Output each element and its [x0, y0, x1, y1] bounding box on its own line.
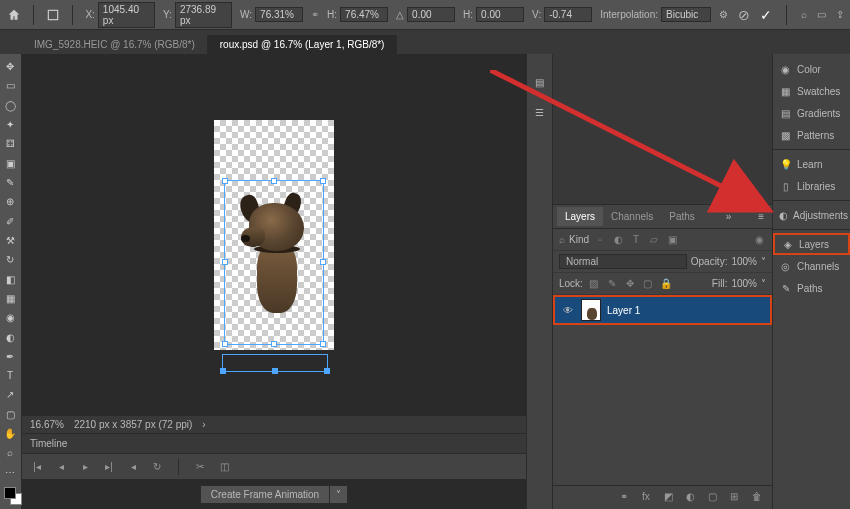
marquee-tool-icon[interactable]: ▭: [0, 77, 20, 94]
dock-item-channels[interactable]: ◎Channels: [773, 255, 850, 277]
transform-handle[interactable]: [220, 368, 226, 374]
crop-preset-icon[interactable]: [46, 8, 60, 22]
filter-pixel-icon[interactable]: ▫: [593, 233, 607, 247]
dock-item-patterns[interactable]: ▩Patterns: [773, 124, 850, 146]
dock-item-swatches[interactable]: ▦Swatches: [773, 80, 850, 102]
type-tool-icon[interactable]: T: [0, 367, 20, 384]
audio-icon[interactable]: ◂: [126, 460, 140, 474]
dock-item-learn[interactable]: 💡Learn: [773, 153, 850, 175]
filter-type-icon[interactable]: T: [629, 233, 643, 247]
home-icon[interactable]: [6, 7, 21, 23]
h-value[interactable]: 76.47%: [340, 7, 388, 22]
pen-tool-icon[interactable]: ✒: [0, 348, 20, 365]
opacity-value[interactable]: 100%: [731, 256, 757, 267]
layer-style-icon[interactable]: fx: [642, 491, 656, 505]
interp-value[interactable]: Bicubic: [661, 7, 711, 22]
brush-tool-icon[interactable]: ✐: [0, 213, 20, 230]
group-icon[interactable]: ▢: [708, 491, 722, 505]
chevron-down-icon[interactable]: ˅: [761, 278, 766, 289]
document-tab[interactable]: roux.psd @ 16.7% (Layer 1, RGB/8*): [208, 35, 398, 54]
frame-tool-icon[interactable]: ▣: [0, 155, 20, 172]
layer-row[interactable]: 👁 Layer 1: [553, 295, 772, 325]
first-frame-icon[interactable]: |◂: [30, 460, 44, 474]
dock-item-gradients[interactable]: ▤Gradients: [773, 102, 850, 124]
visibility-eye-icon[interactable]: 👁: [561, 305, 575, 316]
filter-adjust-icon[interactable]: ◐: [611, 233, 625, 247]
layer-thumbnail[interactable]: [581, 299, 601, 321]
history-brush-icon[interactable]: ↻: [0, 251, 20, 268]
create-frame-animation-button[interactable]: Create Frame Animation: [200, 485, 330, 504]
loop-icon[interactable]: ↻: [150, 460, 164, 474]
play-icon[interactable]: ▸: [78, 460, 92, 474]
scissors-icon[interactable]: ✂: [193, 460, 207, 474]
lock-artboard-icon[interactable]: ▢: [641, 277, 655, 291]
color-swatches[interactable]: [0, 483, 21, 509]
link-layers-icon[interactable]: ⚭: [620, 491, 634, 505]
tab-channels[interactable]: Channels: [603, 207, 661, 226]
adjustment-layer-icon[interactable]: ◐: [686, 491, 700, 505]
search-icon[interactable]: ⌕: [801, 9, 807, 20]
more-tools-icon[interactable]: ⋯: [0, 464, 20, 481]
dock-item-layers[interactable]: ◈Layers: [773, 233, 850, 255]
cancel-icon[interactable]: ⊘: [738, 7, 750, 23]
lasso-tool-icon[interactable]: ◯: [0, 97, 20, 114]
skew-h-value[interactable]: 0.00: [476, 7, 524, 22]
stamp-tool-icon[interactable]: ⚒: [0, 232, 20, 249]
blend-mode-select[interactable]: Normal: [559, 254, 687, 269]
canvas-area[interactable]: [22, 54, 526, 415]
w-value[interactable]: 76.31%: [255, 7, 303, 22]
layer-mask-icon[interactable]: ◩: [664, 491, 678, 505]
y-value[interactable]: 2736.89 px: [175, 2, 232, 28]
heal-tool-icon[interactable]: ⊕: [0, 193, 20, 210]
chevron-down-icon[interactable]: ˅: [761, 256, 766, 267]
angle-value[interactable]: 0.00: [407, 7, 455, 22]
transform-handle[interactable]: [272, 368, 278, 374]
x-value[interactable]: 1045.40 px: [98, 2, 155, 28]
fill-value[interactable]: 100%: [731, 278, 757, 289]
link-icon[interactable]: ⚭: [311, 9, 319, 20]
transform-handle[interactable]: [324, 368, 330, 374]
eraser-tool-icon[interactable]: ◧: [0, 270, 20, 287]
panel-menu-icon[interactable]: ≡: [754, 211, 768, 222]
document-dimensions[interactable]: 2210 px x 3857 px (72 ppi): [74, 419, 192, 430]
delete-layer-icon[interactable]: 🗑: [752, 491, 766, 505]
filter-shape-icon[interactable]: ▱: [647, 233, 661, 247]
blur-tool-icon[interactable]: ◉: [0, 309, 20, 326]
zoom-level[interactable]: 16.67%: [30, 419, 64, 430]
dock-item-color[interactable]: ◉Color: [773, 58, 850, 80]
lock-paint-icon[interactable]: ✎: [605, 277, 619, 291]
timeline-header[interactable]: Timeline: [22, 433, 526, 453]
panel-collapse-icon[interactable]: »: [722, 211, 736, 222]
warp-icon[interactable]: ⚙: [719, 9, 728, 20]
frame-animation-dropdown[interactable]: ˅: [330, 485, 348, 504]
document-tab[interactable]: IMG_5928.HEIC @ 16.7% (RGB/8*): [22, 35, 208, 54]
transition-icon[interactable]: ◫: [217, 460, 231, 474]
gradient-tool-icon[interactable]: ▦: [0, 290, 20, 307]
commit-icon[interactable]: ✓: [760, 7, 772, 23]
skew-v-value[interactable]: -0.74: [544, 7, 592, 22]
layer-name[interactable]: Layer 1: [607, 305, 640, 316]
wand-tool-icon[interactable]: ✦: [0, 116, 20, 133]
dodge-tool-icon[interactable]: ◐: [0, 328, 20, 345]
filter-toggle-icon[interactable]: ◉: [752, 233, 766, 247]
crop-tool-icon[interactable]: ⚃: [0, 135, 20, 152]
lock-all-icon[interactable]: 🔒: [659, 277, 673, 291]
lock-pos-icon[interactable]: ✥: [623, 277, 637, 291]
status-chevron-icon[interactable]: ›: [202, 419, 205, 430]
zoom-tool-icon[interactable]: ⌕: [0, 444, 20, 461]
dock-item-paths[interactable]: ✎Paths: [773, 277, 850, 299]
dock-item-libraries[interactable]: ▯Libraries: [773, 175, 850, 197]
move-tool-icon[interactable]: ✥: [0, 58, 20, 75]
hand-tool-icon[interactable]: ✋: [0, 425, 20, 442]
filter-smart-icon[interactable]: ▣: [665, 233, 679, 247]
tab-paths[interactable]: Paths: [661, 207, 703, 226]
dock-item-adjustments[interactable]: ◐Adjustments: [773, 204, 850, 226]
new-layer-icon[interactable]: ⊞: [730, 491, 744, 505]
lock-trans-icon[interactable]: ▨: [587, 277, 601, 291]
history-panel-icon[interactable]: ▤: [532, 74, 548, 90]
share-icon[interactable]: ⇪: [836, 9, 844, 20]
eyedropper-tool-icon[interactable]: ✎: [0, 174, 20, 191]
shape-tool-icon[interactable]: ▢: [0, 406, 20, 423]
tab-layers[interactable]: Layers: [557, 207, 603, 226]
path-tool-icon[interactable]: ↗: [0, 386, 20, 403]
